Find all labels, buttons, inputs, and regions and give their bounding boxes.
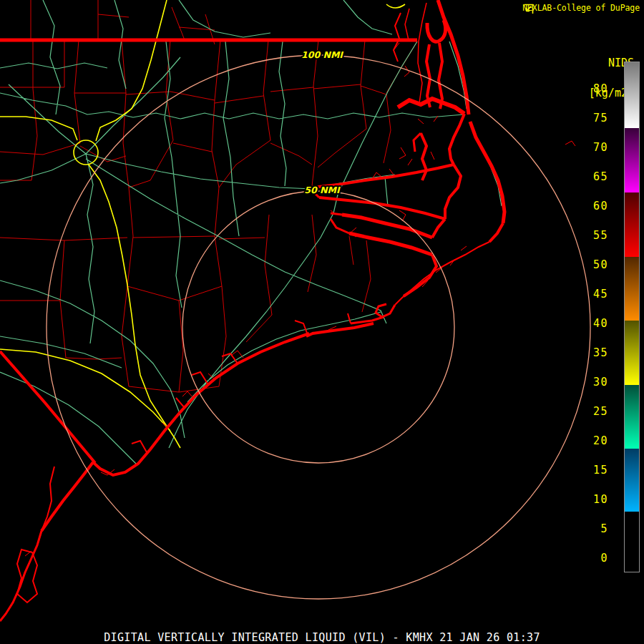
vil-colorbar [624, 62, 640, 572]
range-rings: 100 NMI 50 NMI [47, 49, 590, 599]
colorbar-tick-label: 35 [593, 348, 608, 358]
road-network [0, 0, 502, 465]
range-ring-label-50: 50 NMI [304, 185, 341, 195]
colorbar-tick-label: 55 [593, 230, 608, 241]
colorbar-tick-label: 45 [593, 289, 608, 300]
header: NEXLAB-College of DuPage [522, 3, 640, 13]
product-title: DIGITAL VERTICALLY INTEGRATED LIQUID (VI… [0, 631, 644, 644]
colorbar-tick-label: 5 [600, 524, 608, 535]
cursor-icon [522, 3, 535, 15]
colorbar-tick-label: 25 [593, 406, 608, 417]
colorbar-tick-label: 65 [593, 172, 608, 182]
colorbar-tick-label: 40 [593, 318, 608, 329]
colorbar-tick-label: 10 [593, 494, 608, 505]
colorbar-tick-label: 50 [593, 260, 608, 270]
colorbar-tick-label: 30 [593, 377, 608, 388]
colorbar-tick-label: 80 [593, 84, 608, 94]
interstate-roads [0, 0, 405, 448]
colorbar-tick-label: 0 [600, 553, 608, 564]
colorbar-tick-label: 75 [593, 113, 608, 124]
radar-display: 100 NMI 50 NMI NEXLAB-College of DuPage … [0, 0, 644, 644]
colorbar-tick-label: 60 [593, 201, 608, 212]
colorbar-tick-label: 70 [593, 142, 608, 153]
radar-map: 100 NMI 50 NMI [0, 0, 644, 644]
colorbar-tick-label: 15 [593, 465, 608, 476]
brand-text: NEXLAB-College of DuPage [522, 3, 640, 13]
marsh-detail [25, 43, 575, 556]
range-ring-label-100: 100 NMI [301, 49, 343, 60]
state-borders [0, 40, 417, 463]
colorbar-tick-label: 20 [593, 436, 608, 447]
